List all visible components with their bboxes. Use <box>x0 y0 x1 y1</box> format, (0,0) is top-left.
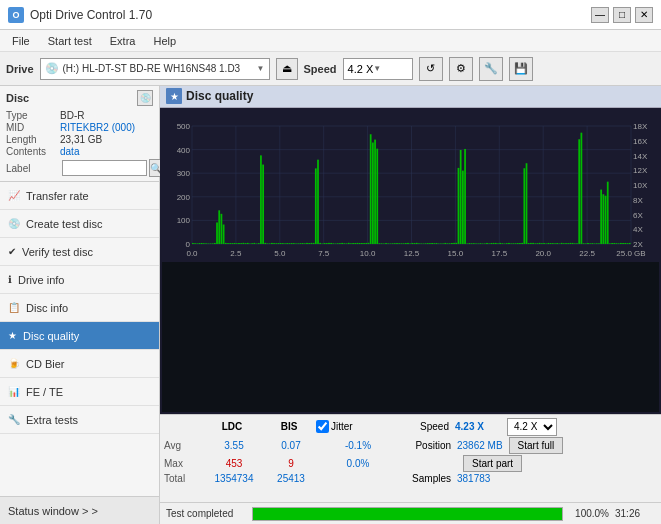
save-button[interactable]: 💾 <box>509 57 533 81</box>
start-part-button[interactable]: Start part <box>463 455 522 472</box>
stats-bar: LDC BIS Jitter Speed 4.23 X 4.2 X 2.0 X … <box>160 414 661 503</box>
disc-contents-key: Contents <box>6 146 60 157</box>
nav-label-cd-bier: CD Bier <box>26 358 65 370</box>
nav-fe-te[interactable]: 📊 FE / TE <box>0 378 159 406</box>
transfer-rate-icon: 📈 <box>8 190 20 201</box>
total-label: Total <box>164 473 202 484</box>
eject-button[interactable]: ⏏ <box>276 58 298 80</box>
nav-cd-bier[interactable]: 🍺 CD Bier <box>0 350 159 378</box>
disc-quality-icon: ★ <box>8 330 17 341</box>
menu-help[interactable]: Help <box>145 33 184 49</box>
nav-label-disc-info: Disc info <box>26 302 68 314</box>
nav-transfer-rate[interactable]: 📈 Transfer rate <box>0 182 159 210</box>
speed-dropdown-arrow: ▼ <box>373 64 381 73</box>
close-button[interactable]: ✕ <box>635 7 653 23</box>
disc-label-input[interactable] <box>62 160 147 176</box>
avg-bis: 0.07 <box>266 440 316 451</box>
disc-type-key: Type <box>6 110 60 121</box>
nav-label-verify-test-disc: Verify test disc <box>22 246 93 258</box>
drive-label: Drive <box>6 63 34 75</box>
drive-dropdown-arrow: ▼ <box>257 64 265 73</box>
samples-val: 381783 <box>457 473 490 484</box>
menu-start-test[interactable]: Start test <box>40 33 100 49</box>
avg-stats-row: Avg 3.55 0.07 -0.1% Position 23862 MB St… <box>164 437 657 454</box>
speed-text: 4.2 X <box>348 63 374 75</box>
start-full-button[interactable]: Start full <box>509 437 564 454</box>
minimize-button[interactable]: — <box>591 7 609 23</box>
total-bis: 25413 <box>266 473 316 484</box>
progress-bar-container <box>252 507 563 521</box>
top-chart <box>162 110 659 260</box>
jitter-header: Jitter <box>331 421 353 432</box>
drive-icon: 💿 <box>45 62 59 75</box>
bis-header: BIS <box>264 421 314 432</box>
menu-bar: File Start test Extra Help <box>0 30 661 52</box>
disc-quality-header-icon: ★ <box>166 88 182 104</box>
content-area: ★ Disc quality LDC BIS Jitter Speed <box>160 86 661 524</box>
avg-label: Avg <box>164 440 202 451</box>
position-val: 23862 MB <box>457 440 503 451</box>
speed-stat-val: 4.23 X <box>455 421 505 432</box>
speed-stat-label: Speed <box>398 421 453 432</box>
disc-quality-title: Disc quality <box>186 89 253 103</box>
max-ldc: 453 <box>204 458 264 469</box>
disc-info-table: Type BD-R MID RITEKBR2 (000) Length 23,3… <box>6 110 153 177</box>
max-stats-row: Max 453 9 0.0% Start part <box>164 455 657 472</box>
status-window-button[interactable]: Status window > > <box>0 496 159 524</box>
create-test-disc-icon: 💿 <box>8 218 20 229</box>
disc-label-key: Label <box>6 163 60 174</box>
disc-icon-button[interactable]: 💿 <box>137 90 153 106</box>
nav-drive-info[interactable]: ℹ Drive info <box>0 266 159 294</box>
ldc-header: LDC <box>202 421 262 432</box>
disc-mid-val: RITEKBR2 (000) <box>60 122 135 133</box>
avg-jitter: -0.1% <box>318 440 398 451</box>
disc-quality-header: ★ Disc quality <box>160 86 661 108</box>
options-button1[interactable]: ⚙ <box>449 57 473 81</box>
drive-text: (H:) HL-DT-ST BD-RE WH16NS48 1.D3 <box>63 63 253 74</box>
max-bis: 9 <box>266 458 316 469</box>
speed-selector[interactable]: 4.2 X ▼ <box>343 58 413 80</box>
drive-selector[interactable]: 💿 (H:) HL-DT-ST BD-RE WH16NS48 1.D3 ▼ <box>40 58 270 80</box>
position-label: Position <box>400 440 455 451</box>
speed-dropdown[interactable]: 4.2 X 2.0 X 6.0 X <box>507 418 557 436</box>
nav-label-fe-te: FE / TE <box>26 386 63 398</box>
bis-jitter-chart-canvas <box>162 262 462 412</box>
nav-extra-tests[interactable]: 🔧 Extra tests <box>0 406 159 434</box>
menu-extra[interactable]: Extra <box>102 33 144 49</box>
drive-bar: Drive 💿 (H:) HL-DT-ST BD-RE WH16NS48 1.D… <box>0 52 661 86</box>
disc-info-icon: 📋 <box>8 302 20 313</box>
app-icon: O <box>8 7 24 23</box>
nav-create-test-disc[interactable]: 💿 Create test disc <box>0 210 159 238</box>
jitter-checkbox-container: Jitter <box>316 420 396 433</box>
disc-type-val: BD-R <box>60 110 84 121</box>
bottom-chart <box>162 262 659 412</box>
nav-verify-test-disc[interactable]: ✔ Verify test disc <box>0 238 159 266</box>
status-text: Test completed <box>166 508 246 519</box>
title-bar-text: Opti Drive Control 1.70 <box>30 8 152 22</box>
disc-mid-key: MID <box>6 122 60 133</box>
progress-area: Test completed 100.0% 31:26 <box>160 502 661 524</box>
max-jitter: 0.0% <box>318 458 398 469</box>
nav-disc-info[interactable]: 📋 Disc info <box>0 294 159 322</box>
nav-disc-quality[interactable]: ★ Disc quality <box>0 322 159 350</box>
nav-label-disc-quality: Disc quality <box>23 330 79 342</box>
max-label: Max <box>164 458 202 469</box>
progress-time: 31:26 <box>615 508 655 519</box>
progress-bar-fill <box>253 508 562 520</box>
menu-file[interactable]: File <box>4 33 38 49</box>
disc-contents-val[interactable]: data <box>60 146 79 157</box>
progress-percent: 100.0% <box>569 508 609 519</box>
avg-ldc: 3.55 <box>204 440 264 451</box>
disc-panel: Disc 💿 Type BD-R MID RITEKBR2 (000) Leng… <box>0 86 159 182</box>
refresh-button[interactable]: ↺ <box>419 57 443 81</box>
disc-length-val: 23,31 GB <box>60 134 102 145</box>
nav-label-drive-info: Drive info <box>18 274 64 286</box>
sidebar: Disc 💿 Type BD-R MID RITEKBR2 (000) Leng… <box>0 86 160 524</box>
options-button2[interactable]: 🔧 <box>479 57 503 81</box>
disc-panel-title: Disc <box>6 92 29 104</box>
maximize-button[interactable]: □ <box>613 7 631 23</box>
verify-test-disc-icon: ✔ <box>8 246 16 257</box>
jitter-checkbox[interactable] <box>316 420 329 433</box>
nav-items: 📈 Transfer rate 💿 Create test disc ✔ Ver… <box>0 182 159 496</box>
title-bar: O Opti Drive Control 1.70 — □ ✕ <box>0 0 661 30</box>
